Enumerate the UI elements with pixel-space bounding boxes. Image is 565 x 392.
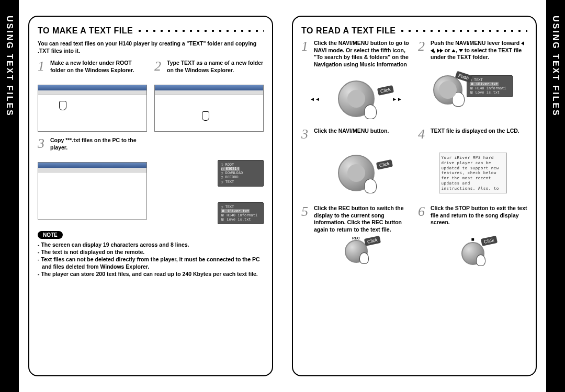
step-number: 2: [154, 60, 164, 73]
right-step-1: 1 Click the NAVI/MENU button to go to NA…: [301, 40, 411, 122]
left-step-1: 1 Make a new folder under ROOT folder on…: [38, 60, 147, 132]
screenshot-explorer-3: [38, 162, 147, 220]
hand-icon: [476, 255, 485, 266]
right-step-3: 3 Click the NAVI/MENU button. Click: [301, 128, 411, 200]
note-list: - The screen can display 19 characters a…: [38, 241, 264, 278]
left-lcd-column: ▢ ROOT ▢ 030314 ▢ DOWNLOAD ▢ RECORD ▢ TE…: [154, 137, 264, 224]
right-heading: TO READ A TEXT FILE: [301, 26, 396, 36]
step-text: Push the NAVI/MENU lever toward , or , t…: [431, 40, 527, 61]
step-number: 2: [418, 40, 427, 53]
next-icon: [440, 49, 443, 53]
device-lcd-root: ▢ ROOT ▢ 030314 ▢ DOWNLOAD ▢ RECORD ▢ TE…: [218, 160, 264, 186]
click-tag: Click: [377, 85, 393, 96]
step-number: 3: [38, 137, 47, 151]
prev-icon: [431, 49, 434, 53]
right-step-2: 2 Push the NAVI/MENU lever toward , or ,…: [418, 40, 527, 122]
right-step-4: 4 TEXT file is displayed on the LCD. You…: [418, 128, 527, 200]
cursor-icon: [59, 101, 66, 110]
screenshot-explorer-2: [154, 85, 264, 132]
stop-button-figure: [461, 242, 484, 265]
heading-dots: [136, 29, 264, 32]
navi-knob-figure: ◄◄ ►► Click: [301, 75, 411, 122]
screenshot-explorer-1: [38, 85, 147, 132]
click-tag: Click: [376, 159, 392, 170]
up-icon: [451, 49, 456, 52]
step-text: Click the REC button to switch the displ…: [314, 205, 411, 234]
step-text: Click the NAVI/MENU button.: [314, 128, 389, 135]
down-icon: [459, 49, 463, 52]
step-number: 5: [301, 205, 311, 218]
right-step-5: 5 Click the REC button to switch the dis…: [301, 205, 411, 283]
step-number: 4: [418, 128, 427, 141]
step-number: 1: [301, 40, 311, 53]
left-step-2: 2 Type TEXT as a name of a new folder on…: [154, 60, 264, 132]
hand-icon: [359, 252, 369, 264]
sidebar-left: USING TEXT FILES: [0, 0, 19, 392]
sidebar-right: USING TEXT FILES: [546, 0, 565, 392]
step-text: Type TEXT as a name of a new folder on t…: [167, 60, 264, 74]
cursor-icon: [202, 111, 209, 121]
hand-icon: [364, 179, 377, 193]
step-number: 6: [418, 205, 427, 218]
step-text: Click the NAVI/MENU button to go to NAVI…: [314, 40, 411, 68]
sidebar-label: USING TEXT FILES: [5, 16, 14, 117]
lcd-text-sample: Your iRiver MP3 hard drive player can be…: [439, 153, 507, 193]
page-number-left: 26: [5, 382, 11, 388]
step-number: 1: [38, 60, 47, 73]
step-number: 3: [301, 128, 311, 141]
device-lcd-text: ▢ TEXT 🗎 iRiver.txt 🗎 H140 informati 🗎 L…: [467, 75, 513, 97]
left-intro: You can read text files on your H140 pla…: [38, 40, 264, 54]
left-heading: TO MAKE A TEXT FILE: [38, 26, 133, 36]
page-number-right: 27: [554, 382, 560, 388]
hand-icon: [452, 92, 465, 107]
hand-icon: [364, 105, 377, 119]
step-text: Make a new folder under ROOT folder on t…: [50, 60, 147, 74]
sidebar-label: USING TEXT FILES: [551, 16, 560, 117]
step-text: Copy ***.txt files on the PC to the play…: [50, 137, 147, 151]
step-text: TEXT file is displayed on the LCD.: [431, 128, 519, 135]
prev-icon: [521, 41, 524, 45]
navi-knob-figure: Click: [301, 153, 411, 193]
rec-button-figure: [345, 240, 368, 263]
right-step-6: 6 Click the STOP button to exit the text…: [418, 205, 527, 283]
left-page-content: TO MAKE A TEXT FILE You can read text fi…: [28, 16, 273, 376]
note-block: NOTE - The screen can display 19 charact…: [38, 229, 264, 278]
left-step-3: 3 Copy ***.txt files on the PC to the pl…: [38, 137, 147, 224]
right-page-content: TO READ A TEXT FILE 1 Click the NAVI/MEN…: [292, 16, 537, 376]
step-text: Click the STOP button to exit the text f…: [431, 205, 527, 226]
heading-dots: [399, 29, 527, 32]
device-lcd-text: ▢ TEXT 🗎 iRiver.txt 🗎 H140 informati 🗎 L…: [218, 202, 264, 224]
note-label: NOTE: [38, 231, 63, 239]
